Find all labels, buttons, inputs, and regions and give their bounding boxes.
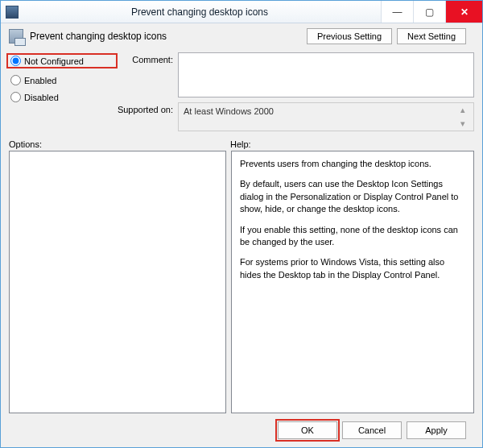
options-panel	[9, 151, 226, 413]
apply-button[interactable]: Apply	[407, 421, 466, 439]
comment-label: Comment:	[114, 52, 178, 64]
radio-disabled-label: Disabled	[24, 93, 59, 102]
footer: OK Cancel Apply	[9, 413, 474, 447]
middle-labels: Options: Help:	[9, 139, 474, 149]
radio-not-configured[interactable]: Not Configured	[6, 53, 118, 68]
radio-not-configured-input[interactable]	[10, 56, 21, 66]
comment-row: Comment:	[114, 52, 474, 97]
radio-enabled-label: Enabled	[24, 76, 56, 85]
help-label: Help:	[230, 139, 251, 149]
panels: Prevents users from changing the desktop…	[9, 151, 474, 413]
config-row: Not Configured Enabled Disabled Comment:	[9, 52, 474, 131]
radio-enabled[interactable]: Enabled	[10, 75, 114, 85]
subtitle-row: Prevent changing desktop icons Previous …	[1, 23, 482, 49]
supported-text: At least Windows 2000 ▴▾	[178, 102, 474, 131]
supported-scroll: ▴▾	[460, 105, 472, 129]
cancel-button[interactable]: Cancel	[342, 421, 402, 439]
radio-disabled-input[interactable]	[10, 92, 21, 102]
previous-setting-button[interactable]: Previous Setting	[307, 28, 392, 44]
dialog-body: Not Configured Enabled Disabled Comment:	[1, 49, 482, 447]
comment-textarea[interactable]	[178, 52, 474, 97]
app-icon	[6, 6, 19, 19]
close-button[interactable]: ✕	[445, 1, 482, 23]
supported-label: Supported on:	[114, 102, 178, 114]
policy-name: Prevent changing desktop icons	[30, 31, 167, 42]
supported-row: Supported on: At least Windows 2000 ▴▾	[114, 102, 474, 131]
state-radios: Not Configured Enabled Disabled	[9, 52, 114, 131]
next-setting-button[interactable]: Next Setting	[397, 28, 466, 44]
ok-highlight: OK	[275, 419, 340, 442]
form-column: Comment: Supported on: At least Windows …	[114, 52, 474, 131]
ok-button[interactable]: OK	[278, 421, 337, 439]
supported-value: At least Windows 2000	[184, 106, 274, 116]
policy-icon	[9, 29, 23, 44]
radio-disabled[interactable]: Disabled	[10, 92, 114, 102]
minimize-button[interactable]: —	[381, 1, 413, 23]
dialog-window: Prevent changing desktop icons — ▢ ✕ Pre…	[0, 0, 483, 448]
window-controls: — ▢ ✕	[381, 1, 482, 23]
radio-enabled-input[interactable]	[10, 75, 21, 85]
radio-not-configured-label: Not Configured	[24, 56, 84, 66]
maximize-button[interactable]: ▢	[413, 1, 445, 23]
nav-buttons: Previous Setting Next Setting	[307, 28, 474, 44]
help-p2: By default, users can use the Desktop Ic…	[240, 178, 465, 215]
help-panel: Prevents users from changing the desktop…	[231, 151, 474, 413]
window-title: Prevent changing desktop icons	[19, 6, 381, 18]
help-p3: If you enable this setting, none of the …	[240, 224, 465, 249]
options-label: Options:	[9, 139, 230, 149]
help-p4: For systems prior to Windows Vista, this…	[240, 256, 465, 281]
titlebar: Prevent changing desktop icons — ▢ ✕	[1, 1, 482, 23]
help-p1: Prevents users from changing the desktop…	[240, 158, 465, 170]
